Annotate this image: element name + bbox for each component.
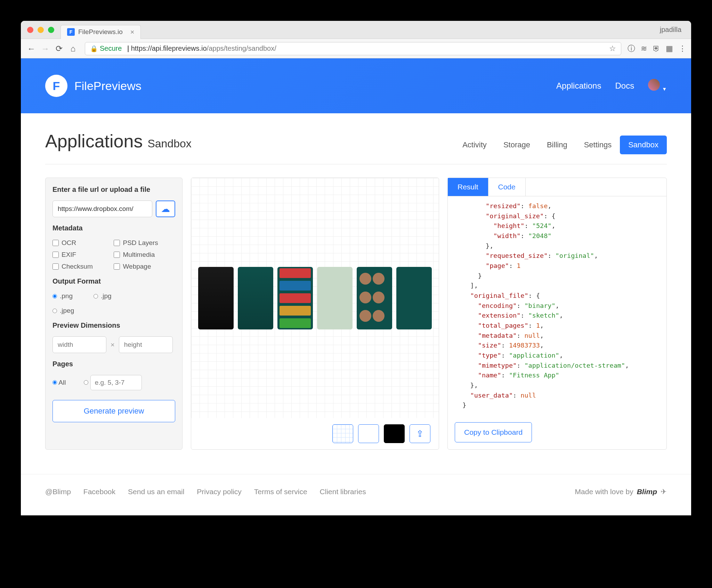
background-white-button[interactable] (358, 424, 379, 443)
browser-tab[interactable]: F FilePreviews.io × (60, 25, 141, 39)
file-url-input[interactable] (52, 201, 152, 217)
info-icon[interactable]: ⓘ (628, 43, 635, 54)
result-panel: Result Code "resized": false, "original_… (447, 178, 667, 450)
result-json[interactable]: "resized": false, "original_size": { "he… (448, 196, 666, 415)
checkbox-exif[interactable]: EXIF (52, 251, 114, 259)
checkbox-checksum[interactable]: Checksum (52, 263, 114, 270)
tab-sandbox[interactable]: Sandbox (620, 136, 667, 154)
blimp-icon: ✈ (661, 488, 667, 496)
buffer-icon[interactable]: ≋ (641, 44, 647, 53)
generate-preview-button[interactable]: Generate preview (52, 400, 175, 422)
browser-toolbar: ← → ⟳ ⌂ 🔒 Secure | https://api.fileprevi… (21, 39, 691, 58)
url-section-label: Enter a file url or upload a file (52, 186, 175, 194)
browser-profile-name[interactable]: jpadilla (660, 26, 685, 34)
bookmark-star-icon[interactable]: ☆ (609, 44, 616, 53)
tab-billing[interactable]: Billing (539, 136, 576, 154)
lock-icon: 🔒 (90, 45, 98, 52)
brand-logo[interactable]: F FilePreviews (45, 75, 141, 97)
tab-code[interactable]: Code (488, 178, 526, 196)
window-close-button[interactable] (27, 27, 33, 33)
secure-label: Secure (100, 44, 122, 52)
user-menu[interactable]: ▼ (648, 79, 667, 93)
config-panel: Enter a file url or upload a file ☁ Meta… (45, 178, 183, 450)
app-header: F FilePreviews Applications Docs ▼ (21, 58, 691, 113)
nav-applications[interactable]: Applications (556, 81, 601, 91)
url-bar[interactable]: 🔒 Secure | https://api.filepreviews.io /… (85, 42, 621, 55)
preview-panel: ⇪ (191, 178, 439, 450)
footer-terms[interactable]: Terms of service (254, 488, 307, 496)
footer-facebook[interactable]: Facebook (83, 488, 115, 496)
checkbox-ocr[interactable]: OCR (52, 239, 114, 247)
checkbox-multimedia[interactable]: Multimedia (114, 251, 175, 259)
width-input[interactable] (52, 336, 106, 353)
browser-titlebar: F FilePreviews.io × jpadilla (21, 21, 691, 39)
reload-button[interactable]: ⟳ (54, 44, 65, 54)
height-input[interactable] (119, 336, 173, 353)
radio-jpg[interactable]: .jpg (94, 292, 112, 300)
window-zoom-button[interactable] (48, 27, 54, 33)
shield-icon[interactable]: ⛨ (653, 44, 660, 53)
share-button[interactable]: ⇪ (410, 424, 430, 443)
tab-activity[interactable]: Activity (454, 136, 495, 154)
dimensions-label: Preview Dimensions (52, 321, 175, 329)
radio-jpeg[interactable]: .jpeg (52, 307, 74, 315)
radio-pages-all[interactable]: All (52, 379, 66, 386)
times-icon: × (111, 341, 115, 349)
output-format-label: Output Format (52, 277, 175, 285)
footer-blimp-handle[interactable]: @Blimp (45, 488, 71, 496)
tab-title: FilePreviews.io (78, 28, 123, 36)
checkbox-webpage[interactable]: Webpage (114, 263, 175, 270)
avatar (648, 79, 660, 91)
tab-favicon-icon: F (67, 28, 75, 36)
url-domain: https://api.filepreviews.io (131, 44, 207, 52)
menu-icon[interactable]: ⋮ (679, 44, 686, 53)
footer-email[interactable]: Send us an email (128, 488, 184, 496)
page-title: Applications (45, 131, 143, 152)
upload-button[interactable]: ☁ (156, 201, 175, 217)
radio-pages-custom[interactable] (84, 375, 141, 390)
forward-button: → (40, 44, 51, 54)
nav-docs[interactable]: Docs (615, 81, 634, 91)
page-tabs: Activity Storage Billing Settings Sandbo… (454, 136, 667, 154)
chevron-down-icon: ▼ (662, 86, 667, 92)
tab-close-icon[interactable]: × (130, 28, 135, 36)
metadata-section-label: Metadata (52, 224, 175, 232)
brand-name: FilePreviews (74, 79, 141, 93)
background-grid-button[interactable] (332, 424, 353, 443)
back-button[interactable]: ← (26, 44, 37, 54)
window-minimize-button[interactable] (38, 27, 44, 33)
share-icon: ⇪ (416, 428, 424, 439)
footer-privacy[interactable]: Privacy policy (197, 488, 241, 496)
pages-label: Pages (52, 360, 175, 368)
background-black-button[interactable] (384, 424, 405, 443)
cloud-upload-icon: ☁ (161, 204, 170, 214)
footer: @Blimp Facebook Send us an email Privacy… (21, 474, 691, 515)
page-subtitle: Sandbox (147, 137, 191, 150)
footer-blimp-logo[interactable]: Blimp (637, 488, 657, 496)
page-content: Applications Sandbox Activity Storage Bi… (21, 113, 691, 460)
preview-image (198, 267, 432, 329)
tab-storage[interactable]: Storage (495, 136, 539, 154)
browser-window: F FilePreviews.io × jpadilla ← → ⟳ ⌂ 🔒 S… (21, 21, 691, 515)
footer-clients[interactable]: Client libraries (320, 488, 366, 496)
preview-canvas[interactable] (191, 178, 439, 418)
radio-png[interactable]: .png (52, 292, 73, 300)
home-button[interactable]: ⌂ (67, 44, 79, 54)
tab-result[interactable]: Result (448, 178, 488, 196)
extension-icon[interactable]: ▦ (666, 44, 673, 53)
brand-mark-icon: F (45, 75, 67, 97)
pages-range-input[interactable] (90, 375, 142, 390)
tab-settings[interactable]: Settings (576, 136, 620, 154)
copy-to-clipboard-button[interactable]: Copy to Clipboard (455, 422, 532, 442)
footer-made-with-love: Made with love by (575, 488, 633, 496)
checkbox-psd-layers[interactable]: PSD Layers (114, 239, 175, 247)
url-path: /apps/testing/sandbox/ (207, 44, 276, 52)
